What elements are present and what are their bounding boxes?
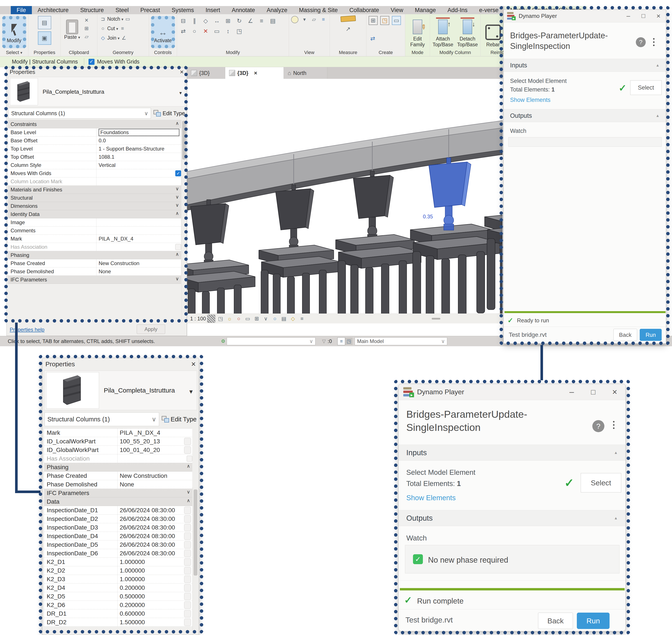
property-row[interactable]: Phase Created New Construction <box>44 472 192 480</box>
modify-button[interactable]: Modify <box>2 16 26 48</box>
notch-button[interactable]: ⊐ Notch ▭ <box>100 14 131 24</box>
property-value[interactable]: None <box>117 480 192 488</box>
property-value[interactable]: PILA _N_DX_4 <box>96 235 181 243</box>
property-value[interactable]: 100_01_40_20 <box>117 446 183 454</box>
property-value[interactable]: 0.0 <box>96 136 181 145</box>
tab-architecture[interactable]: Architecture <box>32 6 74 14</box>
attach-top-base-button[interactable]: ↑ Attach Top/Base <box>432 16 454 48</box>
property-value[interactable]: 26/06/2024 08:30:00 <box>117 541 183 549</box>
delete-icon[interactable]: ✕ <box>201 27 210 35</box>
view-tab-3d-1[interactable]: {3D} <box>187 67 225 79</box>
popup-scrollbar[interactable] <box>193 487 198 635</box>
properties-palette-icon[interactable]: ▤ <box>38 16 51 29</box>
editable-only-filter-icon[interactable]: ▽ <box>320 337 327 345</box>
aligned-dimension-icon[interactable]: ↗ <box>344 25 352 33</box>
property-row[interactable]: Has Association <box>44 454 192 463</box>
tab-precast[interactable]: Precast <box>135 6 166 14</box>
apply-button[interactable]: Apply <box>137 325 165 334</box>
property-value[interactable] <box>96 177 181 185</box>
reveal-hidden-icon[interactable]: ○ <box>271 315 279 323</box>
section-chevron-icon[interactable]: ∧ <box>187 463 190 469</box>
property-value[interactable]: 0.500000 <box>117 592 183 600</box>
type-dropdown-icon[interactable]: ▾ <box>179 90 182 96</box>
minimize-icon[interactable]: – <box>561 387 582 397</box>
property-row[interactable]: Image <box>8 218 181 226</box>
edit-family-button[interactable]: ✎ Edit Family <box>407 16 428 48</box>
property-value[interactable] <box>117 454 192 463</box>
property-row[interactable]: Column Location Mark <box>8 177 181 185</box>
minimize-icon[interactable]: – <box>621 12 636 20</box>
help-icon[interactable]: ? <box>636 37 646 47</box>
property-row[interactable]: Comments <box>8 226 181 235</box>
section-chevron-icon[interactable]: ∧ <box>187 498 190 503</box>
maximize-icon[interactable]: □ <box>582 388 604 396</box>
section-chevron-icon[interactable]: ∨ <box>187 489 190 495</box>
bridge-3d-model[interactable]: 0.35 <box>187 79 502 323</box>
associate-parameter-button[interactable] <box>184 438 191 445</box>
show-elements-link[interactable]: Show Elements <box>406 494 456 502</box>
cut-geometry-button[interactable]: ○ Cut ≡ <box>100 24 126 33</box>
kebab-menu-icon[interactable] <box>653 38 654 46</box>
split-icon[interactable]: ≡ <box>258 17 266 25</box>
close-icon[interactable]: × <box>651 12 666 20</box>
tab-analyze[interactable]: Analyze <box>261 6 293 14</box>
property-row[interactable]: Base Level Foundations <box>8 128 181 136</box>
associate-parameter-button[interactable] <box>184 541 191 548</box>
select-element-button[interactable]: Select <box>581 473 621 492</box>
close-icon[interactable]: × <box>180 68 184 75</box>
scale-icon[interactable]: ⇄ <box>179 27 187 35</box>
property-value[interactable]: 1 - Support Beams-Structure <box>96 145 181 153</box>
selected-pier[interactable] <box>410 158 500 323</box>
property-value[interactable]: None <box>96 267 181 276</box>
view-tab-3d-2[interactable]: {3D} × <box>225 67 284 79</box>
crop-view-icon[interactable]: ▭ <box>244 315 252 323</box>
associate-parameter-button[interactable] <box>184 550 191 557</box>
property-value[interactable] <box>96 169 181 177</box>
associate-parameter-button[interactable] <box>184 619 191 626</box>
property-checkbox[interactable] <box>175 244 181 250</box>
tab-systems[interactable]: Systems <box>166 6 200 14</box>
kebab-menu-icon[interactable] <box>613 421 614 429</box>
tab-steel[interactable]: Steel <box>110 6 135 14</box>
constraints-icon[interactable]: ≡ <box>298 315 306 323</box>
copy-tool-icon[interactable]: ⊞ <box>224 17 232 25</box>
property-value[interactable]: 100_55_20_13 <box>117 437 183 445</box>
help-icon[interactable]: ? <box>592 420 604 432</box>
property-row[interactable]: K2_D3 1.000000 <box>44 575 192 584</box>
property-row[interactable]: InspectionDate_D5 26/06/2024 08:30:00 <box>44 541 192 549</box>
join-button[interactable]: ◇ Join ∠ <box>100 33 127 43</box>
moves-with-grids-checkbox[interactable] <box>88 59 94 65</box>
panel-select-label[interactable]: Select <box>0 49 28 56</box>
properties-scrollbar[interactable] <box>181 120 187 323</box>
match-type-icon[interactable]: ▱ <box>83 33 90 40</box>
temporary-hide-icon[interactable]: ∨ <box>262 315 269 323</box>
property-value[interactable] <box>96 226 181 235</box>
property-value[interactable]: 1.000000 <box>117 558 183 566</box>
drawing-area[interactable]: {3D} {3D} × ⌂ North <box>187 67 503 336</box>
property-row[interactable]: K2_D4 0.200000 <box>44 584 192 592</box>
design-option-select[interactable]: Main Model∨ <box>355 337 447 345</box>
create-group-icon[interactable]: ⊞ <box>369 16 378 25</box>
edit-type-button[interactable]: Edit Type <box>162 416 197 423</box>
associate-parameter-button[interactable] <box>184 515 191 523</box>
activate-button[interactable]: ↔ Activate <box>151 16 175 48</box>
trim-icon[interactable]: ∠ <box>246 17 255 25</box>
override-graphics-icon[interactable]: ▾ <box>301 16 308 23</box>
tab-addins[interactable]: Add-Ins <box>441 6 473 14</box>
back-button[interactable]: Back <box>538 613 573 629</box>
property-value[interactable]: 26/06/2024 08:30:00 <box>117 523 183 532</box>
property-row[interactable]: IFC Parameters ∨ <box>8 276 181 284</box>
pin-icon[interactable]: ○ <box>190 27 198 35</box>
section-chevron-icon[interactable]: ∨ <box>175 194 179 200</box>
create-assembly-icon[interactable]: ▭ <box>392 16 401 25</box>
edit-type-button[interactable]: Edit Type <box>153 110 185 116</box>
property-row[interactable]: Constraints ∧ <box>8 120 181 128</box>
tab-annotate[interactable]: Annotate <box>226 6 261 14</box>
select-element-button[interactable]: Select <box>630 80 662 95</box>
detail-level-icon[interactable] <box>207 314 215 323</box>
property-value[interactable]: 0.600000 <box>117 609 183 618</box>
align-icon[interactable]: ⊟ <box>179 17 187 25</box>
tab-insert[interactable]: Insert <box>200 6 226 14</box>
watch-output-field[interactable]: ✓ No new phase required <box>405 545 620 573</box>
property-row[interactable]: Top Offset 1088.1 <box>8 153 181 161</box>
